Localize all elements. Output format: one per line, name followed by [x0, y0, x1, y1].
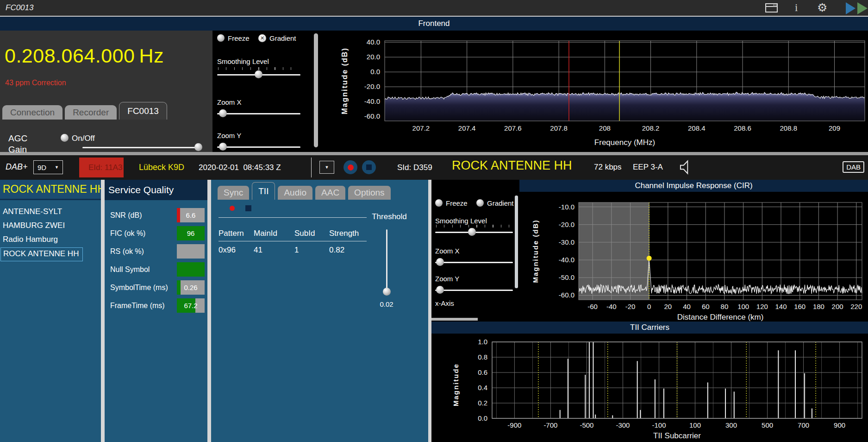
tab-audio[interactable]: Audio	[278, 186, 312, 200]
cir-zoom-y-label: Zoom Y	[435, 275, 459, 283]
tab-recorder[interactable]: Recorder	[65, 105, 117, 120]
run-button-icon[interactable]	[857, 2, 868, 14]
svg-text:-50.0: -50.0	[559, 273, 575, 281]
cir-controls: Freeze Gradient Smoothing Level Zoom X Z…	[431, 180, 519, 322]
settings-gear-icon[interactable]: ⚙	[817, 1, 827, 14]
svg-text:120: 120	[756, 303, 768, 310]
threshold-slider-track[interactable]	[386, 229, 387, 295]
datetime-label: 2020-02-01 08:45:33 Z	[199, 163, 281, 172]
record-icon	[348, 164, 354, 170]
service-list: ANTENNE-SYLTHAMBURG ZWEIRadio HamburgROC…	[0, 200, 101, 261]
svg-text:0.2: 0.2	[478, 399, 487, 407]
quality-label: SymbolTime (ms)	[110, 284, 168, 292]
speaker-icon[interactable]	[679, 160, 693, 175]
quality-bar: 96	[177, 226, 205, 240]
zoom-y-label: Zoom Y	[217, 132, 241, 139]
threshold-slider-handle[interactable]	[383, 288, 391, 296]
quality-bar	[177, 244, 205, 259]
tii-col-header: Strength	[329, 229, 359, 238]
svg-text:Distance Difference (km): Distance Difference (km)	[677, 313, 764, 322]
cir-x-axis-label: x-Axis	[435, 299, 454, 307]
quality-bar	[177, 262, 205, 277]
cir-gradient-label: Gradient	[487, 199, 514, 207]
tii-table-cell: 0x96	[219, 246, 236, 255]
threshold-value: 0.02	[372, 300, 401, 308]
tab-tii[interactable]: TII	[252, 182, 275, 200]
start-button-icon[interactable]	[846, 2, 856, 14]
cir-zoom-x-slider[interactable]	[435, 258, 513, 267]
gradient-checked-icon[interactable]: ✕	[258, 34, 266, 42]
tab-sync[interactable]: Sync	[218, 186, 249, 200]
channel-dropdown[interactable]: 9D ▼	[33, 160, 63, 174]
svg-text:300: 300	[725, 421, 737, 429]
recorder-dropdown-button[interactable]: ▼	[319, 161, 334, 174]
spectrum-scrollbar[interactable]	[314, 33, 318, 147]
panel-divider[interactable]	[207, 180, 211, 442]
cir-chart[interactable]: -10.0-20.0-30.0-40.0-50.0-60.0-60-40-200…	[519, 192, 868, 322]
svg-text:220: 220	[850, 303, 862, 310]
cir-controls-hscrollbar[interactable]	[431, 318, 478, 321]
panel-divider[interactable]	[101, 180, 105, 442]
tab-connection[interactable]: Connection	[2, 105, 62, 120]
list-item-service[interactable]: ANTENNE-SYLT	[0, 206, 66, 220]
tab-aac[interactable]: AAC	[315, 186, 345, 200]
cir-smoothing-slider[interactable]	[435, 228, 513, 237]
cir-gradient-radio[interactable]	[476, 199, 484, 207]
cir-controls-scrollbar[interactable]	[515, 196, 518, 288]
agc-toggle-radio[interactable]	[61, 134, 69, 142]
tab-fc0013[interactable]: FC0013	[119, 102, 167, 120]
freeze-label: Freeze	[228, 34, 250, 42]
list-item-service[interactable]: HAMBURG ZWEI	[0, 220, 69, 234]
tii-status-dot	[230, 206, 235, 211]
service-list-header: ROCK ANTENNE HH	[0, 180, 101, 200]
svg-text:100: 100	[737, 303, 749, 310]
spectrum-chart[interactable]: 40.020.00.0-20.0-40.0-60.0207.2207.4207.…	[319, 31, 868, 152]
quality-label: SNR (dB)	[110, 211, 142, 220]
bitrate-label: 72 kbps	[594, 163, 622, 172]
spectrum-plot-area: 40.020.00.0-20.0-40.0-60.0207.2207.4207.…	[313, 31, 868, 152]
freeze-radio[interactable]	[217, 34, 225, 42]
svg-text:207.8: 207.8	[550, 124, 568, 132]
app-window: FC0013 i ⚙ Frontend 0.208.064.000Hz 43 p…	[0, 0, 868, 442]
svg-text:80: 80	[721, 303, 729, 310]
list-item-service[interactable]: Radio Hamburg	[0, 234, 62, 247]
dab-badge: DAB	[843, 161, 864, 173]
svg-text:-20: -20	[625, 303, 636, 310]
svg-text:-100: -100	[652, 421, 666, 429]
svg-text:20: 20	[664, 303, 672, 310]
info-icon[interactable]: i	[795, 2, 798, 14]
tii-carriers-chart[interactable]: 1.00.80.60.40.20.0-900-700-500-300-10010…	[431, 334, 868, 441]
smoothing-slider[interactable]	[217, 70, 300, 79]
svg-text:140: 140	[775, 303, 787, 310]
tab-options[interactable]: Options	[348, 186, 390, 200]
list-item-service[interactable]: ROCK ANTENNE HH	[0, 247, 83, 261]
tii-col-header: Pattern	[219, 229, 244, 238]
quality-row: SymbolTime (ms)0.26	[105, 278, 207, 297]
stop-button[interactable]	[362, 160, 376, 174]
current-service-name: ROCK ANTENNE HH	[452, 158, 572, 173]
record-button[interactable]	[343, 160, 357, 174]
cir-freeze-radio[interactable]	[435, 199, 443, 207]
svg-text:209: 209	[829, 124, 840, 132]
window-icon[interactable]	[765, 2, 779, 13]
gain-slider[interactable]	[82, 143, 199, 152]
svg-text:40.0: 40.0	[367, 38, 380, 46]
svg-text:208: 208	[599, 124, 611, 132]
svg-text:-900: -900	[507, 421, 521, 429]
tii-table-cell: 1	[294, 246, 299, 255]
svg-text:TII Subcarrier: TII Subcarrier	[653, 431, 701, 440]
panel-divider[interactable]	[428, 180, 431, 442]
protection-label: EEP 3-A	[633, 163, 663, 172]
cir-zoom-x-label: Zoom X	[435, 247, 460, 255]
cir-chart-header: Channel Impulse Response (CIR)	[519, 180, 868, 192]
decoder-panel: SyncTIIAudioAACOptions PatternMainIdSubI…	[211, 180, 428, 442]
zoom-y-slider[interactable]	[217, 143, 300, 152]
frequency-display: 0.208.064.000Hz	[5, 44, 164, 67]
svg-text:Magnitude (dB): Magnitude (dB)	[531, 219, 539, 283]
quality-label: FrameTime (ms)	[110, 302, 165, 310]
cir-zoom-y-slider[interactable]	[435, 286, 513, 295]
svg-text:0.0: 0.0	[478, 414, 487, 422]
svg-text:0.0: 0.0	[370, 68, 380, 76]
svg-text:0.6: 0.6	[478, 368, 487, 376]
zoom-x-slider[interactable]	[217, 109, 300, 118]
